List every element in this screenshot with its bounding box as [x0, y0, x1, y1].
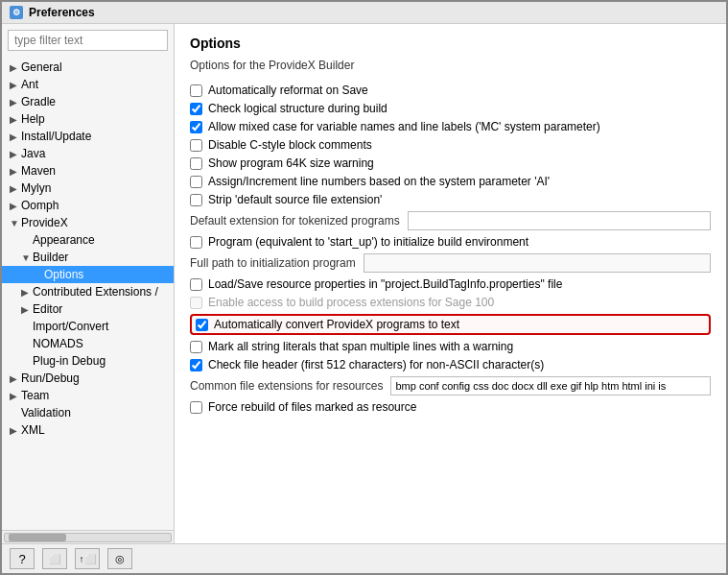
- full-path-row: Full path to initialization program: [190, 253, 711, 273]
- sidebar-item-label: Plug-in Debug: [33, 354, 106, 368]
- sidebar-item-install-update[interactable]: ▶ Install/Update: [2, 128, 174, 145]
- sidebar-item-label: Editor: [33, 302, 62, 316]
- sidebar-item-label: Ant: [21, 78, 38, 91]
- main-content: ▶ General ▶ Ant ▶ Gradle ▶ Help: [2, 24, 726, 543]
- option-label: Enable access to build process extension…: [208, 296, 494, 309]
- option-force-rebuild: Force rebuild of files marked as resourc…: [190, 400, 711, 414]
- option-mark-all-string: Mark all string literals that span multi…: [190, 340, 711, 353]
- title-bar: ⚙ Preferences: [2, 2, 726, 24]
- common-extensions-input[interactable]: [390, 376, 711, 395]
- sidebar-item-general[interactable]: ▶ General: [2, 59, 174, 76]
- sidebar-item-label: General: [21, 60, 62, 74]
- content-title: Options: [190, 36, 711, 51]
- tree: ▶ General ▶ Ant ▶ Gradle ▶ Help: [2, 57, 174, 530]
- sidebar-item-validation[interactable]: Validation: [2, 404, 174, 421]
- sidebar-item-options[interactable]: Options: [2, 266, 174, 283]
- option-assign-increment: Assign/Increment line numbers based on t…: [190, 175, 711, 188]
- sidebar-item-run-debug[interactable]: ▶ Run/Debug: [2, 370, 174, 387]
- sidebar-item-providex[interactable]: ▼ ProvideX: [2, 214, 174, 231]
- checkbox-force-rebuild[interactable]: [190, 401, 202, 414]
- checkbox-program-init[interactable]: [190, 236, 202, 249]
- default-extension-input[interactable]: [408, 211, 711, 230]
- restore-defaults-button[interactable]: ⬜: [42, 548, 67, 569]
- sidebar-item-label: Help: [21, 112, 45, 126]
- option-enable-access: Enable access to build process extension…: [190, 296, 711, 309]
- option-strip-default: Strip 'default source file extension': [190, 193, 711, 206]
- content-subtitle: Options for the ProvideX Builder: [190, 59, 711, 72]
- arrow-icon: ▶: [21, 287, 31, 298]
- option-label: Allow mixed case for variable names and …: [208, 120, 600, 133]
- sidebar-item-builder[interactable]: ▼ Builder: [2, 249, 174, 266]
- default-extension-row: Default extension for tokenized programs: [190, 211, 711, 230]
- sidebar-item-label: Oomph: [21, 199, 59, 212]
- sidebar-item-gradle[interactable]: ▶ Gradle: [2, 93, 174, 110]
- option-auto-convert-highlighted: Automatically convert ProvideX programs …: [190, 314, 711, 335]
- sidebar-item-plug-in-debug[interactable]: Plug-in Debug: [2, 352, 174, 370]
- sidebar-item-label: Run/Debug: [21, 371, 80, 385]
- window-title: Preferences: [29, 6, 95, 19]
- sidebar-item-label: Options: [44, 268, 83, 281]
- sidebar-item-ant[interactable]: ▶ Ant: [2, 76, 174, 93]
- option-label: Disable C-style block comments: [208, 138, 372, 152]
- arrow-icon: ▶: [10, 425, 19, 436]
- checkbox-enable-access[interactable]: [190, 297, 202, 309]
- option-program-init: Program (equivalent to 'start_up') to in…: [190, 235, 711, 249]
- option-label: Check file header (first 512 characters)…: [208, 358, 544, 371]
- option-label: Mark all string literals that span multi…: [208, 340, 513, 353]
- full-path-input[interactable]: [364, 253, 711, 273]
- sidebar-item-label: XML: [21, 423, 45, 437]
- checkbox-allow-mixed-case[interactable]: [190, 121, 202, 133]
- checkbox-load-save[interactable]: [190, 278, 202, 291]
- sidebar-item-label: Install/Update: [21, 130, 91, 143]
- arrow-icon: ▶: [21, 304, 31, 315]
- arrow-icon: ▶: [10, 114, 19, 125]
- sidebar-item-help[interactable]: ▶ Help: [2, 110, 174, 128]
- sidebar-item-label: Import/Convert: [33, 320, 108, 333]
- checkbox-auto-reformat[interactable]: [190, 84, 202, 97]
- option-label: Show program 64K size warning: [208, 156, 374, 170]
- filter-input[interactable]: [8, 30, 168, 51]
- arrow-icon: ▶: [10, 373, 19, 384]
- sidebar-scrollbar[interactable]: [2, 530, 174, 543]
- checkbox-check-file-header[interactable]: [190, 359, 202, 371]
- checkbox-disable-c-style[interactable]: [190, 139, 202, 152]
- sidebar-item-editor[interactable]: ▶ Editor: [2, 300, 174, 318]
- sidebar-item-label: NOMADS: [33, 337, 83, 350]
- checkbox-assign-increment[interactable]: [190, 176, 202, 188]
- option-label: Load/Save resource properties in "projec…: [208, 277, 562, 291]
- option-check-logical: Check logical structure during build: [190, 102, 711, 115]
- common-extensions-label: Common file extensions for resources: [190, 379, 383, 393]
- option-label: Automatically convert ProvideX programs …: [214, 318, 459, 331]
- help-button[interactable]: ?: [10, 548, 35, 569]
- checkbox-auto-convert[interactable]: [196, 319, 208, 331]
- arrow-icon: ▶: [10, 62, 19, 73]
- option-label: Assign/Increment line numbers based on t…: [208, 175, 550, 188]
- checkbox-check-logical[interactable]: [190, 103, 202, 115]
- option-label: Strip 'default source file extension': [208, 193, 382, 206]
- settings-button[interactable]: ◎: [107, 548, 132, 569]
- sidebar-item-java[interactable]: ▶ Java: [2, 145, 174, 162]
- sidebar-item-team[interactable]: ▶ Team: [2, 387, 174, 404]
- sidebar-item-xml[interactable]: ▶ XML: [2, 421, 174, 439]
- bottom-bar: ? ⬜ ↑⬜ ◎: [2, 543, 726, 573]
- sidebar-item-label: ProvideX: [21, 216, 68, 229]
- content-area: Options Options for the ProvideX Builder…: [175, 24, 726, 543]
- sidebar-item-contributed-extensions[interactable]: ▶ Contributed Extensions /: [2, 283, 174, 300]
- checkbox-strip-default[interactable]: [190, 194, 202, 206]
- settings-icon: ◎: [115, 553, 125, 565]
- arrow-icon: ▶: [10, 201, 19, 211]
- sidebar-item-appearance[interactable]: Appearance: [2, 231, 174, 249]
- checkbox-show-64k[interactable]: [190, 157, 202, 170]
- option-check-file-header: Check file header (first 512 characters)…: [190, 358, 711, 371]
- sidebar-item-maven[interactable]: ▶ Maven: [2, 162, 174, 180]
- sidebar-item-nomads[interactable]: NOMADS: [2, 335, 174, 352]
- sidebar-item-mylyn[interactable]: ▶ Mylyn: [2, 180, 174, 197]
- arrow-icon: ▶: [10, 391, 19, 401]
- arrow-icon: ▶: [10, 149, 19, 159]
- export-button[interactable]: ↑⬜: [75, 548, 100, 569]
- arrow-icon: ▶: [10, 132, 19, 142]
- checkbox-mark-all-string[interactable]: [190, 341, 202, 353]
- sidebar-item-oomph[interactable]: ▶ Oomph: [2, 197, 174, 214]
- option-show-64k: Show program 64K size warning: [190, 156, 711, 170]
- sidebar-item-import-convert[interactable]: Import/Convert: [2, 318, 174, 335]
